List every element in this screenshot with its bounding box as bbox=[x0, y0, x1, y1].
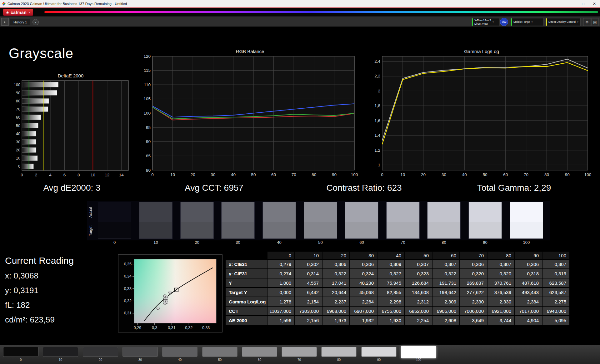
svg-text:10: 10 bbox=[400, 172, 405, 177]
table-cell: 198,642 bbox=[432, 288, 459, 297]
pattern-patch-20[interactable] bbox=[83, 347, 118, 357]
source-dropdown-mobile-forge[interactable]: Mobile Forge ▾ bbox=[511, 18, 544, 26]
svg-text:1,2: 1,2 bbox=[374, 148, 380, 153]
swatch-target bbox=[510, 222, 543, 239]
swatch-actual bbox=[181, 202, 213, 222]
swatch-actual bbox=[387, 202, 419, 222]
table-header-blank bbox=[226, 252, 267, 259]
settings-button[interactable]: ⚙ bbox=[583, 18, 591, 26]
svg-text:1,8: 1,8 bbox=[374, 103, 380, 108]
table-cell: 493,443 bbox=[515, 288, 542, 297]
svg-text:8: 8 bbox=[78, 173, 80, 177]
svg-text:80: 80 bbox=[312, 172, 316, 177]
table-cell: 277,622 bbox=[460, 288, 487, 297]
grayscale-swatch-90 bbox=[468, 202, 502, 239]
svg-text:0: 0 bbox=[151, 172, 154, 177]
table-cell: 0,320 bbox=[488, 269, 514, 278]
svg-text:0,32: 0,32 bbox=[124, 299, 132, 303]
cie-chromaticity-chart: 0,290,30,310,320,330,310,320,330,340,35 bbox=[118, 255, 222, 332]
table-cell: 269,837 bbox=[460, 278, 487, 287]
pattern-patch-0[interactable] bbox=[3, 347, 38, 357]
window-titlebar: Calman 2023 Calman Ultimate for Business… bbox=[0, 0, 600, 7]
table-header-0: 0 bbox=[268, 252, 294, 259]
swatch-target bbox=[345, 222, 378, 239]
table-cell: 7006,000 bbox=[460, 307, 487, 315]
table-cell: 17,041 bbox=[322, 278, 349, 287]
table-row-label: y: CIE31 bbox=[226, 269, 267, 278]
pattern-patch-100[interactable] bbox=[401, 346, 436, 358]
svg-text:120: 120 bbox=[143, 54, 151, 59]
table-cell: 126,684 bbox=[405, 278, 432, 287]
table-cell: 6921,000 bbox=[488, 307, 514, 315]
pattern-patch-label: 20 bbox=[83, 358, 118, 362]
svg-text:0,32: 0,32 bbox=[185, 326, 192, 330]
svg-text:80: 80 bbox=[544, 172, 549, 177]
tab-nav-button[interactable]: ▾ bbox=[32, 19, 39, 25]
tab-history-1[interactable]: History 1 bbox=[10, 19, 30, 25]
pattern-patch-90[interactable] bbox=[361, 347, 397, 357]
table-cell: 2,608 bbox=[432, 316, 459, 325]
pattern-patch-10[interactable] bbox=[43, 347, 78, 357]
swatch-actual bbox=[263, 202, 296, 222]
meter-dropdown-xrite[interactable]: X-Rite i1Pro 3 Direct View ▾ bbox=[472, 18, 499, 26]
svg-text:90: 90 bbox=[332, 172, 337, 177]
swatch-actual bbox=[139, 202, 172, 222]
pattern-patch-50[interactable] bbox=[202, 347, 238, 357]
table-cell: 2,154 bbox=[295, 297, 322, 306]
table-cell: 1,973 bbox=[322, 316, 349, 325]
svg-text:1,4: 1,4 bbox=[374, 133, 380, 138]
table-header-20: 20 bbox=[322, 252, 349, 259]
swatch-level-label: 80 bbox=[427, 240, 461, 245]
close-button[interactable]: ✕ bbox=[589, 0, 600, 7]
table-header-40: 40 bbox=[378, 252, 404, 259]
table-row-label: x: CIE31 bbox=[226, 260, 267, 268]
table-cell: 6852,000 bbox=[405, 307, 432, 315]
minimize-button[interactable]: – bbox=[566, 0, 578, 7]
maximize-button[interactable]: □ bbox=[578, 0, 589, 7]
brand-red-line bbox=[0, 7, 600, 8]
svg-text:100: 100 bbox=[351, 172, 358, 177]
table-cell: 2,237 bbox=[322, 297, 349, 306]
table-cell: 0,306 bbox=[322, 260, 349, 268]
layout-button[interactable]: ▤ bbox=[592, 18, 598, 26]
table-cell: 376,539 bbox=[488, 288, 514, 297]
pattern-patch-60[interactable] bbox=[242, 347, 277, 357]
calman-menu-button[interactable]: ◈ calman ▾ bbox=[3, 9, 33, 16]
pattern-patch-40[interactable] bbox=[162, 347, 198, 357]
svg-text:90: 90 bbox=[565, 172, 570, 177]
table-row-label: Gamma Log/Log bbox=[226, 297, 267, 306]
table-header-30: 30 bbox=[350, 252, 377, 259]
gamma-line-chart: 010203040506070809010011,21,41,61,822,22… bbox=[370, 53, 593, 179]
svg-text:0,34: 0,34 bbox=[124, 274, 132, 278]
swatch-level-label: 70 bbox=[386, 240, 420, 245]
pattern-patch-70[interactable] bbox=[282, 347, 317, 357]
table-cell: 20,644 bbox=[322, 288, 349, 297]
svg-text:6: 6 bbox=[63, 173, 66, 177]
swatch-actual bbox=[98, 202, 131, 222]
table-cell: 0,319 bbox=[542, 269, 569, 278]
swatch-actual bbox=[345, 202, 378, 222]
table-cell: 0,322 bbox=[432, 269, 459, 278]
table-cell: 0,274 bbox=[268, 269, 294, 278]
pattern-patch-30[interactable] bbox=[122, 347, 158, 357]
svg-text:10: 10 bbox=[170, 172, 175, 177]
swatch-level-label: 60 bbox=[345, 240, 378, 245]
meter-count-badge[interactable]: 662 bbox=[500, 18, 508, 26]
chevron-down-icon: ▾ bbox=[577, 21, 580, 23]
svg-text:0,29: 0,29 bbox=[134, 326, 141, 330]
table-cell: 370,761 bbox=[488, 278, 514, 287]
pattern-patch-label: 90 bbox=[361, 358, 397, 362]
display-control-dropdown[interactable]: Direct Display Control ▾ bbox=[546, 18, 581, 26]
pattern-patch-80[interactable] bbox=[321, 347, 357, 357]
table-cell: 0,302 bbox=[295, 260, 322, 268]
pattern-patch-label: 100 bbox=[401, 358, 436, 362]
pattern-patch-label: 40 bbox=[162, 358, 198, 362]
chevron-down-icon: ▾ bbox=[29, 11, 30, 14]
table-cell: 0,306 bbox=[460, 260, 487, 268]
sidebar-expand-button[interactable]: ▸ bbox=[1, 18, 9, 26]
table-cell: 2,298 bbox=[378, 297, 404, 306]
table-row-label: Y bbox=[226, 278, 267, 287]
table-cell: 2,330 bbox=[460, 297, 487, 306]
reading-fl: fL: 182 bbox=[5, 300, 30, 310]
table-cell: 0,323 bbox=[405, 269, 432, 278]
